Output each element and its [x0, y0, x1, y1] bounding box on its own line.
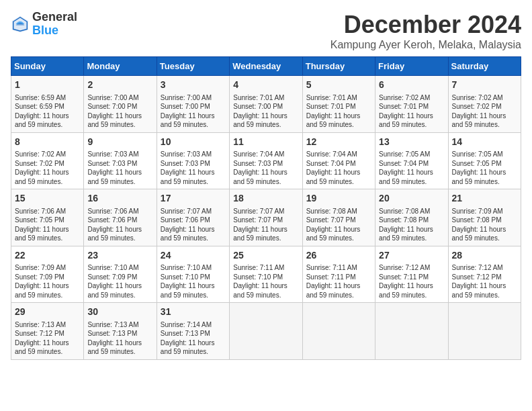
calendar-title: December 2024 [330, 11, 521, 39]
calendar-week-row: 22Sunrise: 7:09 AMSunset: 7:09 PMDayligh… [11, 246, 521, 303]
day-number: 19 [306, 192, 371, 205]
calendar-cell: 30Sunrise: 7:13 AMSunset: 7:13 PMDayligh… [84, 303, 157, 360]
calendar-header-tuesday: Tuesday [157, 57, 229, 76]
calendar-cell: 20Sunrise: 7:08 AMSunset: 7:08 PMDayligh… [375, 189, 448, 246]
day-number: 4 [233, 79, 298, 92]
calendar-cell: 24Sunrise: 7:10 AMSunset: 7:10 PMDayligh… [157, 246, 229, 303]
day-info: Sunrise: 7:01 AMSunset: 7:01 PMDaylight:… [306, 93, 371, 130]
calendar-header-saturday: Saturday [448, 57, 521, 76]
day-info: Sunrise: 7:08 AMSunset: 7:07 PMDaylight:… [306, 207, 371, 243]
day-info: Sunrise: 7:07 AMSunset: 7:06 PMDaylight:… [161, 207, 226, 243]
day-number: 13 [379, 136, 444, 149]
calendar-week-row: 15Sunrise: 7:06 AMSunset: 7:05 PMDayligh… [11, 189, 521, 246]
day-info: Sunrise: 6:59 AMSunset: 6:59 PMDaylight:… [15, 93, 80, 130]
calendar-cell [375, 303, 448, 360]
day-info: Sunrise: 7:07 AMSunset: 7:07 PMDaylight:… [233, 207, 298, 243]
calendar-body: 1Sunrise: 6:59 AMSunset: 6:59 PMDaylight… [11, 76, 521, 360]
calendar-header-sunday: Sunday [11, 57, 84, 76]
logo: General Blue [11, 11, 77, 38]
logo-text: General Blue [32, 11, 77, 38]
day-info: Sunrise: 7:13 AMSunset: 7:12 PMDaylight:… [15, 320, 80, 357]
day-info: Sunrise: 7:03 AMSunset: 7:03 PMDaylight:… [87, 150, 152, 186]
calendar-cell: 4Sunrise: 7:01 AMSunset: 7:00 PMDaylight… [230, 76, 302, 133]
day-number: 31 [161, 306, 226, 319]
day-info: Sunrise: 7:13 AMSunset: 7:13 PMDaylight:… [87, 320, 152, 357]
calendar-cell: 22Sunrise: 7:09 AMSunset: 7:09 PMDayligh… [11, 246, 84, 303]
calendar-cell: 25Sunrise: 7:11 AMSunset: 7:10 PMDayligh… [230, 246, 302, 303]
calendar-cell: 21Sunrise: 7:09 AMSunset: 7:08 PMDayligh… [448, 189, 521, 246]
calendar-week-row: 8Sunrise: 7:02 AMSunset: 7:02 PMDaylight… [11, 132, 521, 189]
day-info: Sunrise: 7:14 AMSunset: 7:13 PMDaylight:… [161, 320, 226, 357]
day-number: 22 [15, 249, 80, 263]
day-number: 20 [379, 192, 444, 205]
calendar-cell: 27Sunrise: 7:12 AMSunset: 7:11 PMDayligh… [375, 246, 448, 303]
day-info: Sunrise: 7:02 AMSunset: 7:02 PMDaylight:… [452, 93, 517, 130]
day-info: Sunrise: 7:00 AMSunset: 7:00 PMDaylight:… [161, 93, 226, 130]
day-number: 25 [233, 249, 298, 263]
day-number: 10 [161, 136, 226, 149]
calendar-cell: 8Sunrise: 7:02 AMSunset: 7:02 PMDaylight… [11, 132, 84, 189]
day-info: Sunrise: 7:12 AMSunset: 7:12 PMDaylight:… [452, 263, 517, 300]
calendar-cell: 13Sunrise: 7:05 AMSunset: 7:04 PMDayligh… [375, 132, 448, 189]
calendar-cell: 1Sunrise: 6:59 AMSunset: 6:59 PMDaylight… [11, 76, 84, 133]
day-number: 23 [87, 249, 152, 263]
day-number: 6 [379, 79, 444, 92]
calendar-cell: 6Sunrise: 7:02 AMSunset: 7:01 PMDaylight… [375, 76, 448, 133]
calendar-cell [230, 303, 302, 360]
day-number: 14 [452, 136, 517, 149]
day-number: 5 [306, 79, 371, 92]
day-info: Sunrise: 7:11 AMSunset: 7:11 PMDaylight:… [306, 263, 371, 300]
calendar-header-row: SundayMondayTuesdayWednesdayThursdayFrid… [11, 57, 521, 76]
day-info: Sunrise: 7:02 AMSunset: 7:01 PMDaylight:… [379, 93, 444, 130]
day-number: 1 [15, 79, 80, 92]
day-info: Sunrise: 7:00 AMSunset: 7:00 PMDaylight:… [87, 93, 152, 130]
calendar-header-wednesday: Wednesday [230, 57, 302, 76]
day-info: Sunrise: 7:06 AMSunset: 7:06 PMDaylight:… [87, 207, 152, 243]
calendar-cell: 16Sunrise: 7:06 AMSunset: 7:06 PMDayligh… [84, 189, 157, 246]
calendar-header-monday: Monday [84, 57, 157, 76]
day-number: 24 [161, 249, 226, 263]
calendar-cell: 15Sunrise: 7:06 AMSunset: 7:05 PMDayligh… [11, 189, 84, 246]
day-number: 28 [452, 249, 517, 263]
calendar-cell [302, 303, 375, 360]
day-number: 30 [87, 306, 152, 319]
calendar-cell: 31Sunrise: 7:14 AMSunset: 7:13 PMDayligh… [157, 303, 229, 360]
calendar-cell: 19Sunrise: 7:08 AMSunset: 7:07 PMDayligh… [302, 189, 375, 246]
logo-blue: Blue [32, 24, 77, 38]
day-info: Sunrise: 7:10 AMSunset: 7:10 PMDaylight:… [161, 263, 226, 300]
page-header: General Blue December 2024 Kampung Ayer … [11, 11, 521, 51]
day-number: 26 [306, 249, 371, 263]
day-info: Sunrise: 7:01 AMSunset: 7:00 PMDaylight:… [233, 93, 298, 130]
calendar-cell: 29Sunrise: 7:13 AMSunset: 7:12 PMDayligh… [11, 303, 84, 360]
calendar-cell: 7Sunrise: 7:02 AMSunset: 7:02 PMDaylight… [448, 76, 521, 133]
calendar-cell: 11Sunrise: 7:04 AMSunset: 7:03 PMDayligh… [230, 132, 302, 189]
day-info: Sunrise: 7:10 AMSunset: 7:09 PMDaylight:… [87, 263, 152, 300]
calendar-table: SundayMondayTuesdayWednesdayThursdayFrid… [11, 56, 521, 360]
day-number: 12 [306, 136, 371, 149]
calendar-header-thursday: Thursday [302, 57, 375, 76]
day-number: 15 [15, 192, 80, 205]
day-number: 8 [15, 136, 80, 149]
logo-icon [11, 15, 30, 34]
calendar-header-friday: Friday [375, 57, 448, 76]
day-info: Sunrise: 7:05 AMSunset: 7:05 PMDaylight:… [452, 150, 517, 186]
calendar-cell: 28Sunrise: 7:12 AMSunset: 7:12 PMDayligh… [448, 246, 521, 303]
day-info: Sunrise: 7:04 AMSunset: 7:04 PMDaylight:… [306, 150, 371, 186]
calendar-cell: 3Sunrise: 7:00 AMSunset: 7:00 PMDaylight… [157, 76, 229, 133]
day-number: 17 [161, 192, 226, 205]
calendar-cell: 5Sunrise: 7:01 AMSunset: 7:01 PMDaylight… [302, 76, 375, 133]
day-info: Sunrise: 7:02 AMSunset: 7:02 PMDaylight:… [15, 150, 80, 186]
day-info: Sunrise: 7:09 AMSunset: 7:08 PMDaylight:… [452, 207, 517, 243]
day-number: 11 [233, 136, 298, 149]
day-number: 21 [452, 192, 517, 205]
calendar-cell: 26Sunrise: 7:11 AMSunset: 7:11 PMDayligh… [302, 246, 375, 303]
calendar-cell: 23Sunrise: 7:10 AMSunset: 7:09 PMDayligh… [84, 246, 157, 303]
calendar-subtitle: Kampung Ayer Keroh, Melaka, Malaysia [330, 39, 521, 51]
calendar-cell [448, 303, 521, 360]
day-number: 3 [161, 79, 226, 92]
day-info: Sunrise: 7:09 AMSunset: 7:09 PMDaylight:… [15, 263, 80, 300]
calendar-cell: 17Sunrise: 7:07 AMSunset: 7:06 PMDayligh… [157, 189, 229, 246]
calendar-cell: 18Sunrise: 7:07 AMSunset: 7:07 PMDayligh… [230, 189, 302, 246]
day-info: Sunrise: 7:11 AMSunset: 7:10 PMDaylight:… [233, 263, 298, 300]
day-number: 29 [15, 306, 80, 319]
